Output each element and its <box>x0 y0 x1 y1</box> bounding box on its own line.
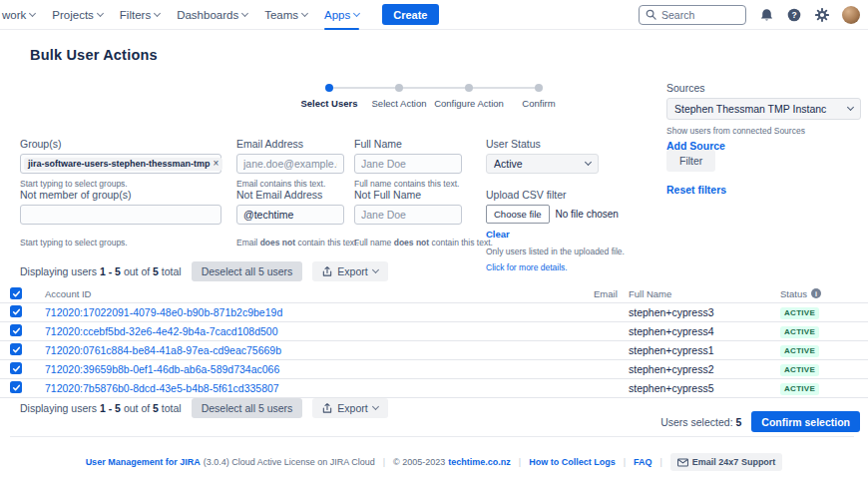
full-name-cell: stephen+cypress4 <box>629 321 780 340</box>
full-name-input[interactable] <box>354 154 462 174</box>
deselect-all-button[interactable]: Deselect all 5 users <box>192 398 303 418</box>
selection-summary: Users selected: 5 Confirm selection <box>660 411 860 432</box>
email-input[interactable] <box>236 154 344 174</box>
nav-item-projects-label: Projects <box>52 9 94 21</box>
footer-separator: | <box>383 457 385 467</box>
sources-panel: Sources Stephen Thessman TMP Instanc Sho… <box>666 82 861 154</box>
status-badge: ACTIVE <box>780 345 819 357</box>
chevron-down-icon <box>372 266 379 273</box>
table-row: 712020:0761c884-be84-41a8-97ea-cd9eac756… <box>0 340 868 359</box>
no-file-chosen-text: No file chosen <box>556 209 619 220</box>
chevron-down-icon <box>353 9 360 16</box>
email-cell <box>594 321 629 340</box>
not-full-name-input[interactable] <box>354 205 462 225</box>
table-header-row: Account ID Email Full Name Statusi <box>0 285 868 302</box>
step-select-users[interactable]: Select Users <box>294 98 364 110</box>
footer-separator: | <box>624 457 626 467</box>
nav-item-dashboards-label: Dashboards <box>177 9 238 21</box>
nav-item-teams-label: Teams <box>264 9 298 21</box>
full-name-cell: stephen+cypress5 <box>629 378 780 397</box>
not-member-groups-helper: Start typing to select groups. <box>20 238 221 247</box>
account-id-link[interactable]: 712020:7b5876b0-8dcd-43e5-b4b8-5f61cd335… <box>45 382 279 394</box>
nav-item-projects[interactable]: Projects <box>52 0 103 30</box>
not-full-name-field: Not Full Name Full name does not contain… <box>354 189 462 247</box>
info-icon[interactable]: i <box>811 288 821 298</box>
account-id-link[interactable]: 712020:ccebf5bd-32e6-4e42-9b4a-7cacd108d… <box>45 325 278 337</box>
copyright-text: © 2005-2023 <box>393 457 445 467</box>
email-helper: Email contains this text. <box>236 179 344 189</box>
full-name-field: Full Name Full name contains this text. <box>354 138 462 189</box>
license-text: (3.0.4) Cloud Active License on JIRA Clo… <box>204 457 375 467</box>
status-header-label: Status <box>780 288 807 299</box>
upload-csv-field: Upload CSV filter Choose file No file ch… <box>486 189 646 274</box>
nav-item-filters[interactable]: Filters <box>120 0 160 30</box>
results-toolbar-top: Displaying users 1 - 5 out of 5 total De… <box>20 261 388 281</box>
step-select-action[interactable]: Select Action <box>364 98 434 110</box>
step-configure-action[interactable]: Configure Action <box>434 98 504 110</box>
csv-helper: Only users listed in the uploaded file. <box>486 247 646 256</box>
users-table-body: 712020:17022091-4079-48e0-b90b-871b2c9be… <box>0 302 868 397</box>
filter-button[interactable]: Filter <box>666 150 715 172</box>
nav-item-apps[interactable]: Apps <box>324 0 359 30</box>
groups-input[interactable]: jira-software-users-stephen-thessman-tmp… <box>20 154 221 174</box>
faq-link[interactable]: FAQ <box>634 457 652 467</box>
sources-helper: Show users from connected Sources <box>666 126 861 136</box>
confirm-selection-button[interactable]: Confirm selection <box>751 411 860 432</box>
email-cell <box>594 302 629 321</box>
bulk-user-actions-screen: work Projects Filters Dashboards Teams A… <box>0 0 868 494</box>
top-navigation: work Projects Filters Dashboards Teams A… <box>0 0 868 30</box>
choose-file-button[interactable]: Choose file <box>486 205 550 224</box>
table-row: 712020:7b5876b0-8dcd-43e5-b4b8-5f61cd335… <box>0 378 868 397</box>
row-checkbox[interactable] <box>10 305 22 317</box>
nav-utilities: Search ? <box>639 5 860 25</box>
row-checkbox[interactable] <box>10 362 22 374</box>
export-button[interactable]: Export <box>312 398 387 418</box>
col-status: Statusi <box>780 285 868 302</box>
sources-label: Sources <box>666 82 861 94</box>
account-id-link[interactable]: 712020:39659b8b-0ef1-46db-ab6a-589d734ac… <box>45 363 279 375</box>
not-email-input[interactable] <box>236 205 344 225</box>
search-placeholder: Search <box>661 9 694 21</box>
create-button[interactable]: Create <box>382 4 438 25</box>
sources-select[interactable]: Stephen Thessman TMP Instanc <box>666 98 861 120</box>
not-member-groups-label: Not member of group(s) <box>20 189 221 201</box>
email-label: Email Address <box>236 138 344 150</box>
nav-item-teams[interactable]: Teams <box>264 0 307 30</box>
email-field: Email Address Email contains this text. <box>236 138 344 189</box>
chevron-down-icon <box>847 104 854 111</box>
techtime-link[interactable]: techtime.co.nz <box>448 457 511 467</box>
row-checkbox[interactable] <box>10 343 22 355</box>
row-checkbox[interactable] <box>10 324 22 336</box>
email-support-button[interactable]: Email 24x7 Support <box>670 453 783 471</box>
account-id-link[interactable]: 712020:0761c884-be84-41a8-97ea-cd9eac756… <box>45 344 281 356</box>
footer-divider <box>10 436 854 437</box>
user-status-label: User Status <box>486 138 599 150</box>
notifications-bell-icon[interactable] <box>758 7 774 23</box>
chevron-down-icon <box>301 9 308 16</box>
search-input[interactable]: Search <box>639 5 746 25</box>
deselect-all-button[interactable]: Deselect all 5 users <box>192 261 303 281</box>
user-avatar[interactable] <box>842 6 860 24</box>
table-row: 712020:ccebf5bd-32e6-4e42-9b4a-7cacd108d… <box>0 321 868 340</box>
help-icon[interactable]: ? <box>786 7 802 23</box>
not-member-groups-field: Not member of group(s) Start typing to s… <box>20 189 221 247</box>
nav-item-work[interactable]: work <box>2 0 35 30</box>
footer-separator: | <box>660 457 662 467</box>
csv-details-link[interactable]: Click for more details. <box>486 262 568 272</box>
settings-gear-icon[interactable] <box>814 7 830 23</box>
app-name-link[interactable]: User Management for JIRA <box>86 457 201 467</box>
row-checkbox[interactable] <box>10 381 22 393</box>
step-confirm[interactable]: Confirm <box>504 98 574 110</box>
remove-tag-icon[interactable]: × <box>214 159 219 169</box>
clear-csv-link[interactable]: Clear <box>486 229 510 240</box>
export-button[interactable]: Export <box>312 261 387 281</box>
not-member-groups-input[interactable] <box>20 205 221 225</box>
select-all-checkbox[interactable] <box>10 287 22 299</box>
footer-separator: | <box>519 457 521 467</box>
step-dot-confirm <box>535 84 543 92</box>
reset-filters-link[interactable]: Reset filters <box>666 184 726 196</box>
collect-logs-link[interactable]: How to Collect Logs <box>529 457 616 467</box>
user-status-select[interactable]: Active <box>486 154 599 174</box>
account-id-link[interactable]: 712020:17022091-4079-48e0-b90b-871b2c9be… <box>45 306 282 318</box>
nav-item-dashboards[interactable]: Dashboards <box>177 0 247 30</box>
